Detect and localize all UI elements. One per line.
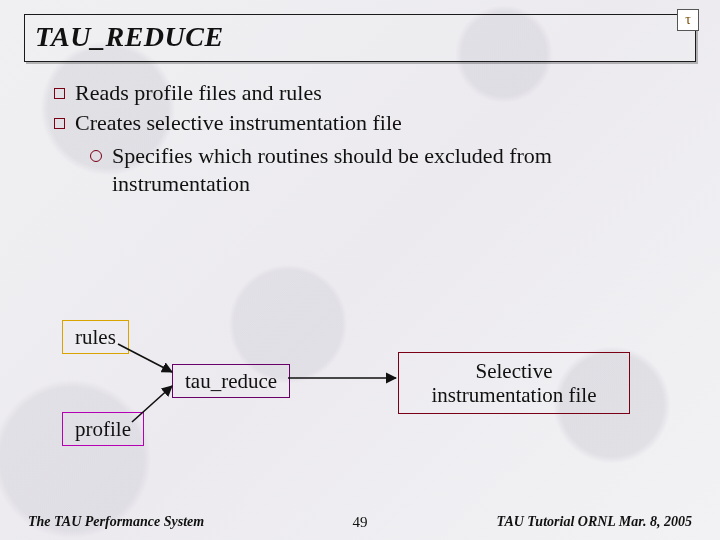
content-area: Reads profile files and rules Creates se…: [0, 62, 720, 197]
footer: The TAU Performance System 49 TAU Tutori…: [0, 514, 720, 530]
bullet-text: Reads profile files and rules: [75, 80, 322, 106]
bullet-text: Creates selective instrumentation file: [75, 110, 402, 136]
diagram-box-profile: profile: [62, 412, 144, 446]
slide-title: TAU_REDUCE: [35, 21, 685, 53]
sub-bullet-item: Specifies which routines should be exclu…: [90, 142, 680, 197]
footer-left: The TAU Performance System: [28, 514, 204, 530]
circle-bullet-icon: [90, 150, 102, 162]
sub-bullet-text: Specifies which routines should be exclu…: [112, 142, 680, 197]
square-bullet-icon: [54, 118, 65, 129]
page-number: 49: [353, 514, 368, 531]
bullet-item: Creates selective instrumentation file: [54, 110, 680, 136]
diagram-box-selfile: Selective instrumentation file: [398, 352, 630, 414]
bullet-item: Reads profile files and rules: [54, 80, 680, 106]
slide: TAU_REDUCE τ Reads profile files and rul…: [0, 0, 720, 540]
tau-logo-icon: τ: [677, 9, 699, 31]
footer-right: TAU Tutorial ORNL Mar. 8, 2005: [497, 514, 692, 530]
diagram: rules profile tau_reduce Selective instr…: [0, 320, 720, 480]
diagram-box-rules: rules: [62, 320, 129, 354]
square-bullet-icon: [54, 88, 65, 99]
diagram-box-reduce: tau_reduce: [172, 364, 290, 398]
title-bar: TAU_REDUCE τ: [24, 14, 696, 62]
